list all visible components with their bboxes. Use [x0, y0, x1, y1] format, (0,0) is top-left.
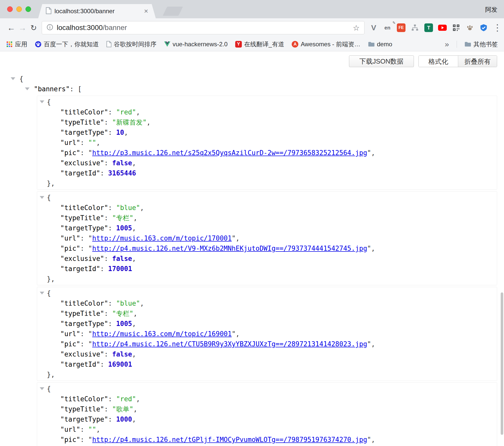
- bookmark-google-sort[interactable]: 谷歌按时间排序: [106, 40, 157, 48]
- page-icon: [46, 7, 51, 15]
- fehelper-extension-icon[interactable]: FE: [397, 23, 406, 32]
- tampermonkey-extension-icon[interactable]: T: [424, 23, 433, 32]
- json-key-text: "url": [60, 330, 80, 338]
- bookmark-youdao[interactable]: Y 在线翻译_有道: [235, 40, 284, 48]
- back-button[interactable]: ←: [6, 23, 17, 33]
- json-punct-text: ,: [133, 310, 137, 317]
- json-actions: 下载JSON数据 格式化 折叠所有: [0, 55, 504, 67]
- json-punct-text: :: [104, 350, 112, 358]
- json-num-text: false: [112, 159, 132, 167]
- bookmark-star-icon[interactable]: ☆: [353, 23, 360, 32]
- json-punct-text: :: [108, 300, 116, 307]
- paw-extension-icon[interactable]: [465, 23, 474, 32]
- json-str-text: "blue": [116, 300, 140, 307]
- json-punct-text: ,: [96, 139, 100, 146]
- json-url-link[interactable]: http://p4.music.126.net/CTU5B9R9y3XyYBZX…: [92, 340, 367, 348]
- collapse-toggle-icon[interactable]: [40, 292, 44, 294]
- json-str-text: "": [88, 139, 96, 146]
- download-json-button[interactable]: 下载JSON数据: [349, 55, 414, 67]
- json-punct-text: :: [104, 214, 112, 222]
- json-prop-titleColor: "titleColor": "blue",: [37, 298, 497, 308]
- other-bookmarks-folder[interactable]: 其他书签: [465, 40, 498, 48]
- tab-close-icon[interactable]: ×: [144, 8, 148, 15]
- json-punct-text: :: [108, 395, 116, 403]
- minimize-window-button[interactable]: [16, 6, 22, 12]
- zoom-window-button[interactable]: [25, 6, 31, 12]
- collapse-toggle-icon[interactable]: [40, 387, 44, 390]
- json-punct-text: {: [47, 385, 51, 393]
- json-url-link[interactable]: http://p4.music.126.net/tGPljf-IMOCyPvum…: [92, 436, 367, 443]
- qrcode-extension-icon[interactable]: [452, 23, 461, 32]
- json-prop-titleColor: "titleColor": "red",: [37, 394, 497, 404]
- json-key-text: "exclusive": [60, 159, 104, 167]
- browser-window: localhost:3000/banner × 阿发 ← → ↻ localho…: [0, 0, 504, 446]
- bookmark-demo-folder[interactable]: demo: [368, 41, 392, 48]
- json-object-close: },: [37, 369, 497, 380]
- json-punct-text: ": [88, 330, 92, 338]
- browser-tab[interactable]: localhost:3000/banner ×: [38, 4, 156, 18]
- json-punct-text: :: [108, 108, 116, 116]
- json-key-text: "banners": [34, 85, 70, 93]
- json-punct-text: ": [367, 149, 371, 157]
- json-key-text: "typeTitle": [60, 405, 104, 413]
- json-punct-text: ": [88, 436, 92, 443]
- json-prop-exclusive: "exclusive": false,: [37, 445, 497, 446]
- banner-object-3: {"titleColor": "blue","typeTitle": "专栏",…: [37, 287, 497, 381]
- json-key-text: "titleColor": [60, 108, 108, 116]
- sitemap-extension-icon[interactable]: [410, 23, 419, 32]
- json-punct-text: ": [88, 234, 92, 242]
- collapse-toggle-icon[interactable]: [40, 100, 44, 103]
- awesomes-icon: A: [292, 41, 298, 48]
- bookmark-baidu[interactable]: 百度一下，你就知道: [35, 40, 99, 48]
- vimium-extension-icon[interactable]: V: [369, 23, 378, 32]
- bookmark-vue-hackernews[interactable]: vue-hackernews-2.0: [164, 41, 228, 48]
- json-key-text: "url": [60, 234, 80, 242]
- bookmarks-overflow-chevron[interactable]: »: [445, 40, 449, 49]
- vertical-scrollbar-thumb[interactable]: [501, 292, 503, 435]
- collapse-all-button[interactable]: 折叠所有: [458, 56, 497, 67]
- security-shield-extension-icon[interactable]: [479, 23, 488, 32]
- json-punct-text: ,: [236, 234, 240, 242]
- bookmarks-divider: [457, 41, 457, 48]
- json-punct-text: ": [232, 330, 236, 338]
- address-bar[interactable]: localhost:3000/banner ☆: [42, 21, 365, 34]
- new-tab-button[interactable]: [163, 7, 183, 16]
- format-button[interactable]: 格式化: [419, 56, 458, 67]
- json-str-text: "新碟首发": [112, 118, 147, 126]
- json-punct-text: :: [80, 436, 88, 443]
- json-url-link[interactable]: http://music.163.com/m/topic/169001: [92, 330, 232, 338]
- banner-object-1: {"titleColor": "red","typeTitle": "新碟首发"…: [37, 96, 497, 190]
- forward-button[interactable]: →: [17, 23, 28, 33]
- site-info-icon[interactable]: [47, 24, 53, 32]
- json-punct-text: ,: [96, 426, 100, 433]
- youtube-extension-icon[interactable]: [438, 23, 447, 32]
- json-key-text: "url": [60, 426, 80, 433]
- json-punct-text: ,: [147, 118, 151, 126]
- collapse-toggle-icon[interactable]: [25, 87, 30, 90]
- profile-name[interactable]: 阿发: [485, 6, 497, 14]
- json-key-text: "targetType": [60, 320, 108, 328]
- bookmark-awesomes[interactable]: A Awesomes - 前端资…: [292, 40, 360, 48]
- json-punct-text: :: [104, 310, 112, 317]
- json-key-text: "targetId": [60, 265, 100, 273]
- url-text: localhost:3000/banner: [57, 24, 353, 32]
- json-punct-text: ,: [371, 245, 375, 252]
- json-url-link[interactable]: http://p3.music.126.net/s25q2x5QyqsAzilC…: [92, 149, 367, 157]
- json-punct-text: ": [232, 234, 236, 242]
- collapse-toggle-icon[interactable]: [40, 196, 44, 199]
- json-key-text: "url": [60, 139, 80, 146]
- bookmark-apps[interactable]: 应用: [6, 40, 27, 48]
- json-punct-text: ,: [132, 320, 136, 328]
- json-punct-text: },: [47, 180, 55, 187]
- translate-extension-icon[interactable]: en✎: [383, 23, 392, 32]
- browser-menu-icon[interactable]: ⋮: [493, 22, 500, 33]
- json-key-text: "typeTitle": [60, 214, 104, 222]
- json-url-link[interactable]: http://p4.music.126.net/V9-MXz6b2MNhEKju…: [92, 245, 367, 252]
- page-content: 下载JSON数据 格式化 折叠所有 {"banners": [{"titleCo…: [0, 51, 504, 446]
- reload-button[interactable]: ↻: [28, 23, 39, 32]
- close-window-button[interactable]: [7, 6, 13, 12]
- collapse-toggle-icon[interactable]: [11, 77, 15, 80]
- json-url-link[interactable]: http://music.163.com/m/topic/170001: [92, 234, 232, 242]
- traffic-lights: [7, 6, 31, 12]
- json-prop-targetType: "targetType": 1005,: [37, 223, 497, 233]
